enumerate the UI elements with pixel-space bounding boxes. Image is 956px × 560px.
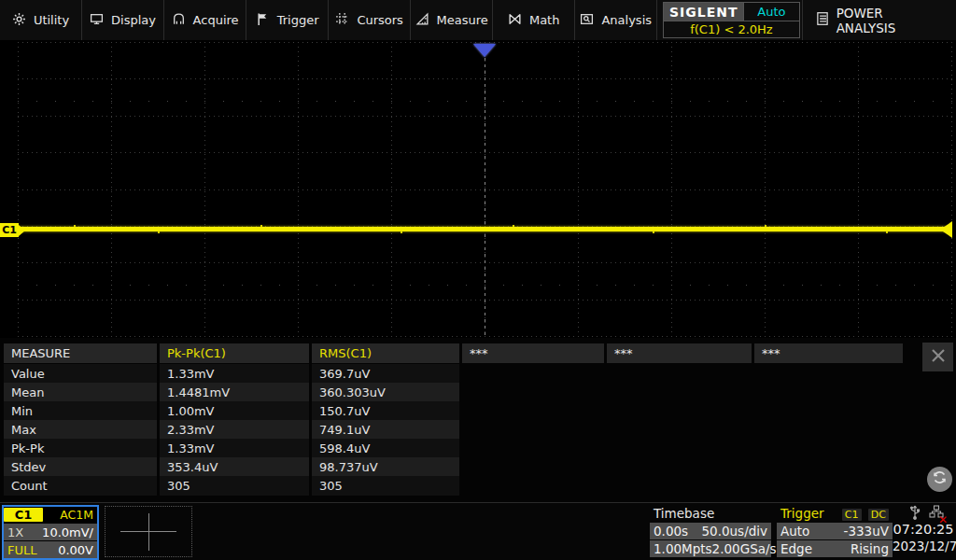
measure-row-label: Mean [4,383,157,402]
math-icon [508,12,522,29]
menu-utility[interactable]: Utility [0,0,82,40]
gridline-vertical [298,42,299,336]
trigger-coupling-chip: DC [868,509,889,521]
acquire-icon [172,12,186,29]
measure-value: 305 [160,476,309,496]
measure-col-empty1[interactable]: *** [462,343,604,363]
channel1-offset-tag[interactable]: C1 [0,223,19,237]
flag-icon [256,12,270,29]
menu-acquire-label: Acquire [193,13,239,27]
timebase-scale: 50.0us/div [701,524,767,539]
measure-value: 1.4481mV [160,383,309,402]
gridline-vertical [858,42,859,336]
channel1-descriptor[interactable]: C1 AC1M 1X 10.0mV/ FULL 0.00V [2,505,99,560]
waveform-display[interactable]: C1 [0,40,956,338]
timebase-descriptor[interactable]: Timebase 0.00s 50.0us/div 1.00Mpts 2.00G… [650,505,771,557]
menu-analysis-label: Analysis [601,13,652,27]
measure-value: 360.303uV [312,383,459,402]
measure-value: 353.4uV [160,457,309,477]
clock-time: 07:20:25 [893,522,954,537]
close-icon [929,346,948,369]
timebase-points: 1.00Mpts [654,541,712,556]
graticule: C1 [18,42,952,336]
trigger-type: Edge [780,541,812,556]
power-analysis-label: POWER ANALYSIS [836,6,945,35]
measure-title: MEASURE [4,343,157,363]
gridline-vertical [111,42,112,336]
menu-cursors-label: Cursors [357,13,403,27]
measure-value: 749.1uV [312,420,459,440]
channel1-coupling: AC1M [43,508,97,522]
cursors-icon [335,12,349,29]
measure-col-pkpk[interactable]: Pk-Pk(C1) [160,343,309,363]
menu-cursors[interactable]: Cursors [329,0,411,40]
channel1-probe: 1X [7,525,23,539]
menu-power-analysis[interactable]: POWER ANALYSIS [802,0,956,40]
oscilloscope-screen: Utility Display Acquire Trigger Cursors [0,0,956,560]
trigger-slope: Rising [851,541,889,556]
trigger-source-chip: C1 [842,509,862,521]
siglent-logo: SIGLENT [664,3,744,21]
connectivity-icons: ✕ [898,506,954,522]
channel1-name-badge: C1 [4,508,43,522]
channel1-offset: 0.00V [58,543,93,557]
analysis-icon [580,12,594,29]
trigger-title: Trigger [780,506,824,521]
gridline-vertical [18,42,19,336]
measure-value: 1.00mV [160,401,309,421]
timebase-title: Timebase [654,506,714,521]
timebase-delay: 0.00s [654,524,688,539]
measure-row-label: Max [4,420,157,440]
trigger-descriptor[interactable]: Trigger C1 DC Auto -333uV Edge Rising [777,505,893,557]
menu-trigger[interactable]: Trigger [246,0,329,40]
menu-measure[interactable]: Measure [411,0,493,40]
timebase-samplerate: 2.00GSa/s [712,541,777,556]
measure-icon [415,12,429,29]
measure-col-rms[interactable]: RMS(C1) [312,343,459,363]
status-bar: C1 AC1M 1X 10.0mV/ FULL 0.00V Timebase 0… [0,502,956,560]
gesture-circle-button[interactable] [927,467,952,492]
measure-value: 1.33mV [160,364,309,384]
measure-col-empty3[interactable]: *** [754,343,903,363]
document-icon [816,11,829,29]
menu-analysis[interactable]: Analysis [575,0,657,40]
menu-measure-label: Measure [437,13,488,27]
channel1-bandwidth: FULL [7,543,36,557]
gridline-vertical [391,42,392,336]
measure-row-label: Count [4,476,157,496]
measure-close-button[interactable] [922,343,953,371]
logo-status-box: SIGLENT Auto f(C1) < 2.0Hz [663,2,799,38]
measure-value: 305 [312,476,459,496]
menu-math[interactable]: Math [493,0,575,40]
gridline-vertical [578,42,579,336]
measure-row-label: Min [4,401,157,421]
clock-date: 2023/12/7 [893,539,954,553]
channel1-scale: 10.0mV/ [42,525,93,539]
clock: 07:20:25 2023/12/7 [893,522,954,553]
menu-display-label: Display [111,13,156,27]
measure-row-label: Stdev [4,457,157,477]
channel1-offset-arrow [19,225,25,236]
menu-acquire[interactable]: Acquire [164,0,246,40]
measure-row-label: Value [4,364,157,384]
gridline-vertical [671,42,672,336]
gear-icon [12,12,26,29]
add-channel-placeholder[interactable] [105,506,192,557]
trigger-level-marker[interactable] [940,221,952,238]
measure-row-label: Pk-Pk [4,439,157,458]
acquisition-status: Auto [744,3,798,21]
menu-utility-label: Utility [34,13,69,27]
channel1-trace [18,227,948,231]
trigger-level: -333uV [844,524,889,539]
measure-value: 598.4uV [312,439,459,458]
menu-display[interactable]: Display [82,0,164,40]
usb-icon [908,504,921,524]
rotate-arrows-icon [931,469,949,490]
gridline-vertical [765,42,766,336]
measure-value: 369.7uV [312,364,459,384]
plus-icon [148,513,149,551]
measure-col-empty2[interactable]: *** [607,343,752,363]
trigger-position-marker[interactable] [473,44,496,57]
measure-panel: MEASURE Pk-Pk(C1) RMS(C1) *** *** *** Va… [0,338,956,502]
menu-math-label: Math [529,13,560,27]
